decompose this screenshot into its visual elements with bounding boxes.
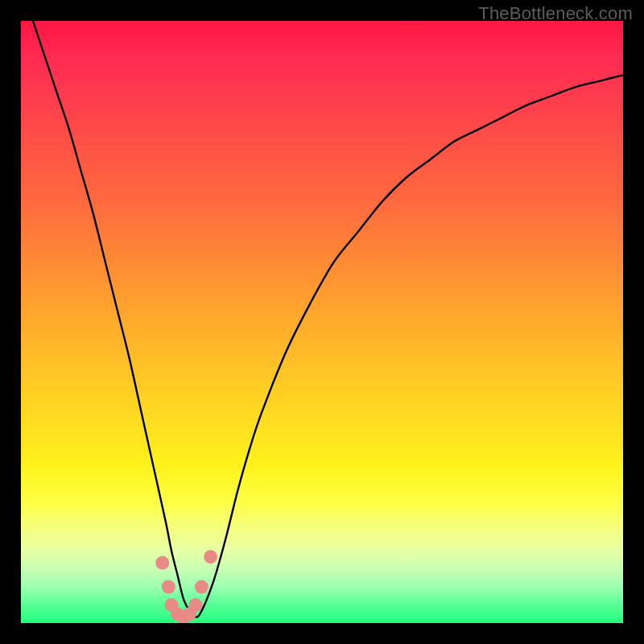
bottleneck-curve [33,21,623,617]
chart-frame: TheBottleneck.com [0,0,644,644]
min-region-dot [195,580,208,594]
bottleneck-curve-layer [21,21,623,623]
min-region-dot [162,580,175,594]
watermark-text: TheBottleneck.com [478,3,633,24]
plot-area [21,21,623,623]
min-region-dot [155,556,169,570]
min-region-dot [188,598,202,612]
min-region-dot [204,550,217,564]
